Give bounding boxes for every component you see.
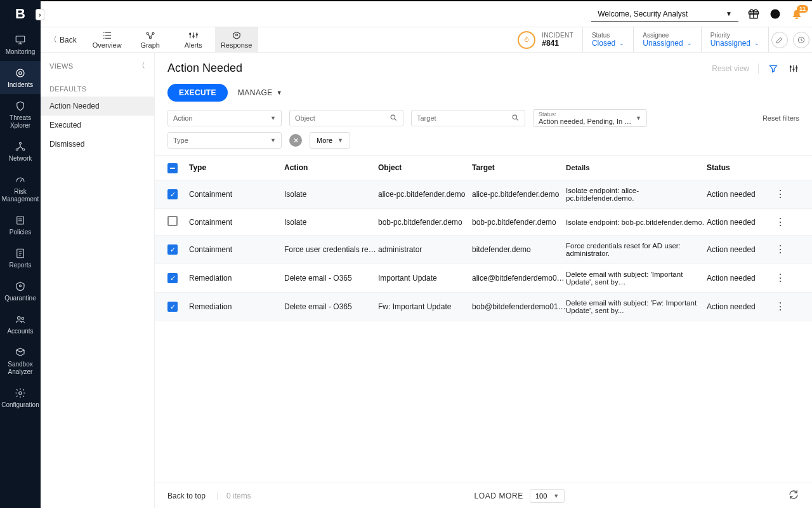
- brand-logo[interactable]: B ›: [0, 0, 41, 28]
- cell-status: Action needed: [707, 245, 770, 254]
- chevron-down-icon: ⌄: [687, 40, 692, 46]
- filter-target-input[interactable]: [417, 114, 511, 122]
- refresh-button[interactable]: [788, 489, 799, 502]
- filter-object-input[interactable]: [295, 114, 390, 122]
- status-meta[interactable]: Status Closed⌄: [582, 27, 633, 52]
- table-row[interactable]: ✓RemediationDelete email - O365Fw: Impor…: [155, 293, 812, 321]
- expand-nav-icon[interactable]: ›: [36, 9, 44, 20]
- manage-label: MANAGE: [238, 88, 273, 97]
- flame-icon: [518, 31, 535, 49]
- nav-incidents[interactable]: Incidents: [0, 61, 41, 94]
- cell-type: Remediation: [189, 302, 284, 311]
- response-icon: [231, 31, 242, 40]
- sliders-icon: [188, 31, 199, 40]
- meta-label: Status: [592, 32, 624, 39]
- svg-point-18: [149, 37, 151, 39]
- topbar: Welcome, Security Analyst ▼ ? 11: [41, 0, 812, 27]
- view-executed[interactable]: Executed: [41, 116, 154, 135]
- meta-value: Closed: [592, 39, 615, 48]
- cell-details: Force credentials reset for AD user: adm…: [566, 242, 707, 257]
- col-header-action[interactable]: Action: [284, 163, 378, 172]
- row-checkbox[interactable]: ✓: [167, 302, 178, 312]
- tab-overview[interactable]: Overview: [86, 27, 129, 52]
- history-button[interactable]: [793, 32, 809, 48]
- cell-status: Action needed: [707, 302, 770, 311]
- row-checkbox[interactable]: ✓: [167, 189, 178, 199]
- row-menu-icon[interactable]: ⋮: [775, 244, 785, 255]
- col-header-target[interactable]: Target: [472, 163, 566, 172]
- nav-reports[interactable]: Reports: [0, 241, 41, 274]
- col-header-status[interactable]: Status: [707, 163, 770, 172]
- nav-quarantine[interactable]: Quarantine: [0, 274, 41, 307]
- clear-filter-button[interactable]: ✕: [289, 134, 302, 147]
- status-mini-label: Status:: [539, 111, 641, 117]
- select-all-checkbox[interactable]: [167, 163, 178, 173]
- views-panel: VIEWS 〈 DEFAULTS Action Needed Executed …: [41, 53, 155, 508]
- back-button[interactable]: 〈 Back: [41, 27, 86, 52]
- cell-details: Isolate endpoint: alice-pc.bitdefender.d…: [566, 187, 707, 202]
- cell-target: alice@bitdefenderdemo01.o...: [472, 274, 566, 283]
- table-row[interactable]: ContainmentIsolatebob-pc.bitdefender.dem…: [155, 209, 812, 236]
- tab-response[interactable]: Response: [215, 27, 258, 52]
- page-size-select[interactable]: 100 ▼: [530, 489, 565, 503]
- more-label: More: [317, 137, 332, 144]
- col-header-details[interactable]: Details: [566, 164, 707, 171]
- table-row[interactable]: ✓ContainmentForce user credentials reset…: [155, 236, 812, 264]
- row-menu-icon[interactable]: ⋮: [775, 272, 785, 283]
- filter-object[interactable]: [289, 110, 403, 126]
- cell-type: Containment: [189, 190, 284, 199]
- reset-view-button[interactable]: Reset view: [712, 64, 749, 73]
- meta-value: Unassigned: [710, 39, 750, 48]
- filter-type[interactable]: Type ▼: [167, 132, 282, 149]
- tab-alerts[interactable]: Alerts: [172, 27, 215, 52]
- load-more-button[interactable]: LOAD MORE: [475, 491, 523, 500]
- view-action-needed[interactable]: Action Needed: [41, 97, 154, 116]
- cell-action: Isolate: [284, 190, 378, 199]
- welcome-dropdown[interactable]: Welcome, Security Analyst ▼: [591, 7, 738, 22]
- nav-accounts[interactable]: Accounts: [0, 307, 41, 340]
- row-menu-icon[interactable]: ⋮: [775, 301, 785, 312]
- table-footer: Back to top 0 items LOAD MORE 100 ▼: [155, 483, 812, 508]
- table-row[interactable]: ✓RemediationDelete email - O365Important…: [155, 264, 812, 293]
- back-to-top-button[interactable]: Back to top: [167, 491, 206, 500]
- execute-button[interactable]: EXECUTE: [167, 84, 228, 102]
- priority-meta[interactable]: Priority Unassigned⌄: [701, 27, 768, 52]
- nav-risk-management[interactable]: Risk Management: [0, 168, 41, 208]
- manage-button[interactable]: MANAGE▼: [238, 88, 282, 97]
- cell-object: administrator: [378, 245, 472, 254]
- collapse-views-icon[interactable]: 〈: [138, 60, 145, 71]
- nav-monitoring[interactable]: Monitoring: [0, 28, 41, 61]
- filter-icon[interactable]: [768, 63, 779, 74]
- filter-target[interactable]: [411, 110, 525, 126]
- nav-label: Quarantine: [4, 295, 36, 302]
- filter-action[interactable]: Action ▼: [167, 110, 282, 126]
- columns-icon[interactable]: [788, 63, 799, 74]
- col-header-object[interactable]: Object: [378, 163, 472, 172]
- meta-label: Priority: [710, 32, 759, 39]
- nav-sandbox-analyzer[interactable]: Sandbox Analyzer: [0, 340, 41, 381]
- help-icon[interactable]: ?: [769, 8, 782, 20]
- nav-network[interactable]: Network: [0, 135, 41, 168]
- tab-graph[interactable]: Graph: [129, 27, 172, 52]
- assignee-meta[interactable]: Assignee Unassigned⌄: [633, 27, 700, 52]
- edit-button[interactable]: [771, 32, 788, 48]
- more-filters-button[interactable]: More ▼: [310, 132, 350, 149]
- row-checkbox[interactable]: ✓: [167, 244, 178, 255]
- notifications-icon[interactable]: 11: [790, 8, 803, 20]
- nav-label: Policies: [10, 229, 31, 236]
- row-checkbox[interactable]: [167, 216, 178, 226]
- table-row[interactable]: ✓ContainmentIsolatealice-pc.bitdefender.…: [155, 180, 812, 209]
- nav-threats-xplorer[interactable]: Threats Xplorer: [0, 94, 41, 135]
- cell-action: Delete email - O365: [284, 302, 378, 311]
- row-menu-icon[interactable]: ⋮: [775, 217, 785, 227]
- reset-filters-button[interactable]: Reset filters: [763, 114, 799, 122]
- row-checkbox[interactable]: ✓: [167, 273, 178, 283]
- nav-configuration[interactable]: Configuration: [0, 381, 41, 414]
- view-dismissed[interactable]: Dismissed: [41, 135, 154, 154]
- row-menu-icon[interactable]: ⋮: [775, 189, 785, 199]
- nav-policies[interactable]: Policies: [0, 208, 41, 241]
- shield-icon: [15, 100, 26, 112]
- gift-icon[interactable]: [747, 8, 760, 20]
- col-header-type[interactable]: Type: [189, 163, 284, 172]
- filter-status[interactable]: Status: Action needed, Pending, In progr…: [533, 109, 647, 127]
